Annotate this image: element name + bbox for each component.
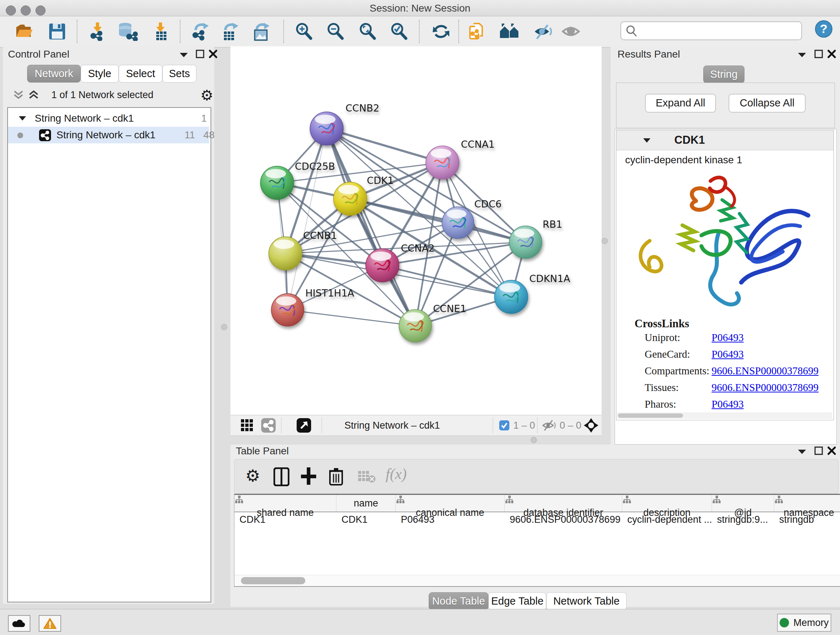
export-table-icon[interactable] (220, 22, 239, 41)
duplicate-network-icon[interactable] (469, 22, 487, 41)
import-network-from-file-icon[interactable] (89, 22, 108, 41)
tab-sets[interactable]: Sets (163, 65, 196, 82)
collapse-all-button[interactable]: Collapse All (729, 94, 806, 112)
cell-canonical-name[interactable]: P06493 (396, 512, 504, 527)
save-session-icon[interactable] (48, 22, 66, 41)
hide-selected-icon[interactable] (533, 22, 552, 41)
panel-float-icon[interactable] (814, 49, 823, 59)
network-node-CDKN1A[interactable]: CDKN1A (494, 273, 570, 314)
protein-section-header[interactable]: CDK1 (616, 130, 834, 150)
add-column-icon[interactable] (300, 467, 317, 486)
show-columns-icon[interactable] (273, 467, 289, 486)
crosslink-value-link[interactable]: 9606.ENSP00000378699 (712, 365, 819, 377)
network-row-selected[interactable]: String Network – cdk1 11 48 (8, 127, 209, 143)
tab-string[interactable]: String (703, 65, 745, 83)
tab-select[interactable]: Select (118, 65, 163, 82)
hidden-eye-icon[interactable] (542, 420, 557, 431)
first-neighbors-icon[interactable] (499, 22, 518, 41)
delete-column-icon[interactable] (328, 467, 344, 486)
zoom-in-icon[interactable] (295, 22, 314, 41)
column-header-description[interactable]: description (622, 495, 712, 511)
crosslink-value-link[interactable]: P06493 (712, 348, 744, 360)
tab-style[interactable]: Style (81, 65, 118, 82)
right-splitter-handle[interactable] (602, 238, 608, 244)
import-network-from-database-icon[interactable] (117, 22, 136, 41)
scrollbar-thumb[interactable] (618, 413, 683, 418)
network-node-HIST1H1A[interactable]: HIST1H1A (271, 287, 355, 326)
edge-CCNB2-HIST1H1A[interactable] (287, 128, 327, 310)
protein-section-hscrollbar[interactable] (617, 412, 832, 419)
panel-close-icon[interactable] (827, 49, 836, 59)
detach-view-icon[interactable] (297, 418, 311, 432)
column-header-canonical-name[interactable]: canonical name (396, 495, 505, 511)
toolbar-separator (283, 20, 284, 43)
node-table[interactable]: shared namenamecanonical namedatabase id… (234, 494, 840, 587)
crosslink-value-link[interactable]: P06493 (712, 332, 744, 344)
tab-edge-table[interactable]: Edge Table (488, 592, 546, 610)
import-table-from-file-icon[interactable] (152, 22, 171, 41)
zoom-out-icon[interactable] (326, 22, 345, 41)
scrollbar-thumb[interactable] (241, 577, 305, 584)
cell-name[interactable]: CDK1 (336, 512, 395, 527)
collapse-all-networks-icon[interactable] (13, 89, 24, 101)
panel-close-icon[interactable] (208, 49, 218, 59)
panel-float-icon[interactable] (195, 49, 205, 59)
cell-namespace[interactable]: stringdb (774, 512, 840, 527)
cell-shared-name[interactable]: CDK1 (234, 512, 336, 527)
bar-separator (281, 417, 281, 433)
collection-expander-icon[interactable] (18, 111, 27, 126)
show-all-icon[interactable] (561, 22, 580, 41)
table-hscrollbar[interactable] (234, 575, 840, 586)
column-header-namespace[interactable]: namespace (774, 495, 840, 511)
expand-all-button[interactable]: Expand All (645, 94, 716, 112)
crosslink-value-link[interactable]: 9606.ENSP00000378699 (712, 382, 819, 394)
edge-HIST1H1A-CCNE1[interactable] (287, 310, 415, 326)
cell--id[interactable]: stringdb:9... (712, 512, 774, 527)
refresh-layout-icon[interactable] (432, 22, 451, 41)
selected-checkbox-icon[interactable] (499, 420, 509, 431)
network-view-icon[interactable] (261, 418, 276, 432)
section-expander-icon[interactable] (643, 137, 651, 144)
panel-float-icon[interactable] (814, 446, 823, 455)
network-node-CCNE1[interactable]: CCNE1 (399, 303, 466, 342)
panel-collapse-icon[interactable] (797, 51, 807, 58)
network-node-CCNA1[interactable]: CCNA1 (426, 139, 495, 179)
help-icon[interactable]: ? (815, 20, 834, 39)
table-options-gear-icon[interactable]: ⚙ (245, 466, 260, 486)
delete-table-icon[interactable] (357, 470, 376, 484)
panel-close-icon[interactable] (827, 446, 836, 455)
export-network-icon[interactable] (191, 22, 210, 41)
export-image-icon[interactable] (252, 22, 271, 41)
tab-network-table[interactable]: Network Table (546, 592, 627, 610)
crosslink-value-link[interactable]: P06493 (712, 398, 744, 410)
edge-CCNB2-CCNA1[interactable] (327, 128, 442, 163)
panel-collapse-icon[interactable] (797, 448, 807, 455)
network-canvas[interactable]: CCNB2CCNA1CDC25BCDK1CDC6RB1CCNB1CCNA2CDK… (231, 46, 602, 415)
memory-button[interactable]: Memory (777, 614, 831, 632)
bottom-splitter-handle[interactable] (531, 437, 537, 443)
network-options-gear-icon[interactable]: ⚙ (201, 87, 213, 103)
cell-database-identifier[interactable]: 9606.ENSP00000378699 (505, 512, 622, 527)
open-session-icon[interactable] (14, 22, 33, 41)
cloud-status-button[interactable] (8, 615, 30, 632)
network-collection-row[interactable]: String Network – cdk1 1 (8, 110, 209, 127)
birds-eye-toggle-icon[interactable] (584, 418, 598, 432)
column-header--id[interactable]: @id (712, 495, 774, 511)
warning-status-button[interactable] (39, 615, 61, 632)
search-box[interactable] (621, 21, 802, 40)
cell-description[interactable]: cyclin-dependent ... (622, 512, 712, 527)
zoom-selected-icon[interactable] (390, 22, 409, 41)
panel-collapse-icon[interactable] (179, 51, 188, 58)
zoom-fit-icon[interactable] (358, 22, 377, 41)
search-input[interactable] (640, 24, 797, 37)
column-header-name[interactable]: name (336, 495, 396, 511)
column-header-database-identifier[interactable]: database identifier (505, 495, 622, 511)
tab-node-table[interactable]: Node Table (429, 592, 488, 610)
function-builder-icon[interactable]: f(x) (386, 465, 407, 483)
tab-network[interactable]: Network (27, 65, 81, 82)
column-header-shared-name[interactable]: shared name (234, 495, 336, 511)
left-splitter-handle[interactable] (221, 324, 227, 330)
network-node-RB1[interactable]: RB1 (509, 219, 562, 258)
expand-all-networks-icon[interactable] (28, 89, 39, 101)
grid-view-icon[interactable] (240, 419, 254, 432)
